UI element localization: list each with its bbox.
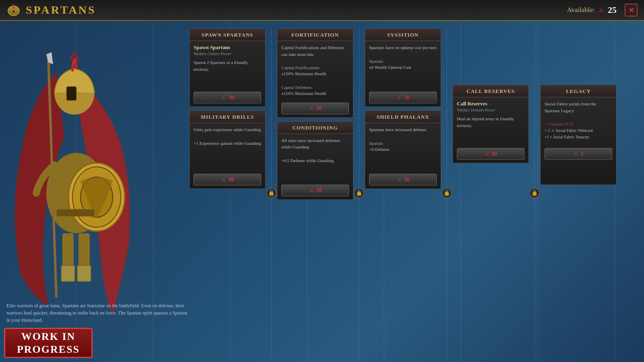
cost-sword-icon: ⚔	[396, 94, 402, 101]
available-count: 25	[608, 5, 617, 15]
conditioning-card: Conditioning All units have increased de…	[277, 121, 353, 200]
card-desc: Heal an injured army in friendly territo…	[457, 115, 524, 129]
close-button[interactable]: ✕	[625, 4, 638, 16]
legacy-item-3: +1 × Social Fabric Tenacity	[545, 134, 612, 140]
card-title: Call Reserves	[466, 88, 515, 94]
cost-sword-icon: ⚔	[221, 94, 226, 101]
available-label: Available:	[567, 6, 595, 14]
card-desc: Spartans have increased defense	[369, 126, 437, 133]
cost-value: 90	[492, 151, 497, 157]
header-bar: Spartans Available: ⚔ 25 ✕	[0, 0, 644, 21]
card-body: Social Fabric points from the Spartans L…	[541, 97, 616, 146]
card-stat: Capital Fortifications:x120% Maximum Hea…	[281, 65, 349, 77]
card-body: Units gain experience while Guarding +1 …	[190, 123, 265, 171]
call-reserves-card: Call Reserves Call Reserves Warfare Doma…	[452, 84, 529, 163]
column-3: Syssition Spartans have no upkeep cost p…	[365, 28, 441, 189]
separator-3: 🔒	[443, 28, 451, 358]
military-drills-cost-button[interactable]: ⚔ 40	[194, 174, 261, 185]
card-header: Spawn Spartans	[190, 29, 265, 41]
card-header: Legacy	[541, 85, 616, 97]
lock-icon-3: 🔒	[442, 188, 452, 198]
header-left: Spartans	[6, 3, 96, 17]
card-stat-2: Capital Defenses:x120% Maximum Health	[281, 84, 349, 97]
card-header: Military Drills	[190, 111, 265, 123]
card-desc: Spawn 2 Spartans in a friendly territory…	[194, 59, 261, 72]
cost-value: 50	[404, 177, 410, 183]
card-header: Conditioning	[277, 121, 353, 134]
legacy-card: Legacy Social Fabric points from the Spa…	[540, 84, 617, 185]
card-desc: Social Fabric points from the Spartans L…	[545, 101, 612, 114]
spawn-spartans-cost-button[interactable]: ⚔ 30	[194, 92, 261, 103]
separator-4: 🔒	[530, 28, 539, 358]
cost-sword-icon: ⚔	[573, 150, 578, 157]
syssition-cost-button[interactable]: ⚔ 50	[369, 92, 437, 103]
card-title: Military Drills	[201, 114, 254, 120]
card-subtitle: Warfare Culture Power	[194, 51, 261, 56]
card-stat: Spartan:x0 Wealth Upkeep Cost	[369, 58, 437, 71]
card-body: Capital Fortifications and Defenses can …	[277, 41, 353, 100]
column-2: Fortification Capital Fortifications and…	[277, 28, 353, 200]
cards-area: Spawn Spartans Spawn Spartans Warfare Cu…	[189, 24, 640, 358]
military-drills-card: Military Drills Units gain experience wh…	[189, 110, 266, 189]
card-subtitle: Warfare Domain Power	[457, 108, 524, 112]
cost-sword-icon: ⚔	[309, 105, 314, 112]
card-header: Syssition	[365, 29, 441, 41]
legacy-item-2: + 2 ⚔ Social Fabric Wildcard	[545, 128, 612, 134]
cost-value: 30	[316, 105, 322, 111]
card-body: Spawn Spartans Warfare Culture Power Spa…	[190, 41, 265, 89]
conditioning-cost-button[interactable]: ⚔ 50	[281, 185, 349, 196]
card-desc: Spartans have no upkeep cost per turn	[369, 44, 437, 51]
column-5: Legacy Social Fabric points from the Spa…	[540, 84, 617, 185]
cost-sword-icon: ⚔	[484, 150, 489, 157]
lock-icon-4: 🔒	[529, 188, 540, 198]
fortification-cost-button[interactable]: ⚔ 30	[281, 103, 349, 114]
card-header: Fortification	[277, 29, 353, 41]
description-text: Elite warriors of great fame, Spartans a…	[6, 302, 192, 324]
wip-label: Work InProgress	[17, 330, 80, 355]
warrior-illustration	[0, 24, 185, 330]
svg-rect-13	[77, 265, 91, 282]
cost-value: 40	[229, 177, 234, 183]
card-stat: Spartan:+6 Defense	[369, 140, 437, 153]
card-desc: Capital Fortifications and Defenses can …	[281, 44, 349, 58]
svg-rect-12	[61, 265, 75, 282]
card-desc: All units have increased defenses while …	[281, 137, 349, 150]
card-stat: +0.5 Defense while Guarding	[281, 158, 349, 164]
card-desc: Units gain experience while Guarding	[194, 126, 261, 133]
cost-sword-icon: ⚔	[396, 176, 402, 183]
shield-phalanx-cost-button[interactable]: ⚔ 50	[369, 174, 437, 185]
column-1: Spawn Spartans Spawn Spartans Warfare Cu…	[189, 28, 266, 189]
cost-value: 50	[404, 95, 410, 101]
card-name: Spawn Spartans	[194, 44, 261, 51]
cost-sword-icon: ⚔	[309, 187, 314, 194]
cost-value: 1	[581, 151, 584, 157]
card-title: Syssition	[387, 32, 419, 38]
call-reserves-cost-button[interactable]: ⚔ 90	[457, 148, 524, 160]
available-section: Available: ⚔ 25	[567, 5, 617, 15]
column-4: Call Reserves Call Reserves Warfare Doma…	[452, 84, 529, 163]
card-title: Spawn Spartans	[202, 32, 253, 38]
card-title: Conditioning	[292, 125, 338, 131]
card-name: Call Reserves	[457, 101, 524, 107]
lock-icon-2: 🔒	[354, 188, 364, 198]
card-title: Legacy	[566, 88, 591, 94]
svg-rect-14	[56, 209, 95, 216]
work-in-progress-button[interactable]: Work InProgress	[4, 328, 93, 358]
spawn-spartans-card: Spawn Spartans Spawn Spartans Warfare Cu…	[189, 28, 266, 107]
card-stat: +1 Experience gained while Guarding	[194, 140, 261, 146]
card-title: Fortification	[291, 32, 339, 38]
card-body: Spartans have no upkeep cost per turn Sp…	[365, 41, 441, 89]
card-header: Shield Phalanx	[365, 111, 441, 123]
sword-icon: ⚔	[598, 6, 605, 14]
legacy-cost-button[interactable]: ⚔ 1	[545, 148, 612, 160]
card-body: All units have increased defenses while …	[277, 134, 353, 182]
cost-sword-icon: ⚔	[221, 176, 226, 183]
legacy-item-1: × 3 Spartan (Y/3)	[545, 121, 612, 128]
lock-icon-1: 🔒	[266, 188, 277, 198]
page-title: Spartans	[26, 4, 96, 16]
separator-1: 🔒	[267, 28, 275, 358]
svg-rect-1	[12, 10, 15, 13]
syssition-card: Syssition Spartans have no upkeep cost p…	[365, 28, 441, 107]
shield-phalanx-card: Shield Phalanx Spartans have increased d…	[365, 110, 441, 189]
cost-value: 30	[229, 95, 234, 101]
